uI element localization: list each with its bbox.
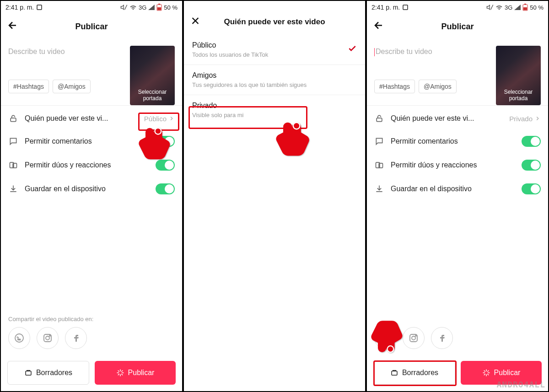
phone-screen-2: Quién puede ver este video Público Todos… bbox=[183, 0, 366, 392]
whatsapp-share[interactable] bbox=[8, 327, 30, 349]
facebook-share[interactable] bbox=[65, 327, 87, 349]
comments-toggle[interactable] bbox=[522, 136, 541, 147]
hashtags-chip[interactable]: #Hashtags bbox=[374, 80, 415, 93]
comments-toggle[interactable] bbox=[156, 136, 175, 147]
wifi-icon bbox=[129, 4, 137, 11]
cover-thumbnail[interactable]: Seleccionar portada bbox=[496, 46, 541, 105]
settings-list: Quién puede ver este vi... Público Permi… bbox=[1, 106, 182, 203]
description-input[interactable]: Describe tu video bbox=[8, 46, 124, 73]
svg-rect-17 bbox=[403, 5, 408, 10]
phone-screen-3: 2:41 p. m. 3G 50 % Publicar Describe tu … bbox=[366, 0, 549, 392]
close-button[interactable] bbox=[190, 16, 200, 28]
privacy-row[interactable]: Quién puede ver este vi... Público bbox=[1, 107, 182, 129]
mute-icon bbox=[486, 4, 494, 11]
svg-point-12 bbox=[15, 334, 23, 342]
lock-icon bbox=[374, 114, 384, 123]
option-private[interactable]: Privado Visible solo para mi bbox=[184, 95, 365, 125]
watermark: ANDRO4ALL bbox=[496, 380, 545, 389]
option-subtitle: Tus seguidores a los que tú también sigu… bbox=[192, 81, 357, 88]
comments-label: Permitir comentarios bbox=[25, 137, 149, 145]
duets-toggle[interactable] bbox=[156, 160, 175, 171]
option-subtitle: Visible solo para mi bbox=[192, 112, 357, 118]
network-label: 3G bbox=[505, 4, 512, 11]
mute-icon bbox=[120, 4, 128, 11]
page-title: Publicar bbox=[75, 22, 108, 32]
svg-line-5 bbox=[124, 5, 127, 10]
back-button[interactable] bbox=[373, 20, 384, 33]
duets-row: Permitir dúos y reacciones bbox=[1, 153, 182, 177]
hashtags-chip[interactable]: #Hashtags bbox=[8, 80, 49, 93]
svg-rect-21 bbox=[523, 7, 527, 10]
facebook-icon bbox=[70, 333, 81, 344]
svg-rect-4 bbox=[37, 5, 42, 10]
duet-icon bbox=[8, 161, 18, 170]
chevron-right-icon bbox=[168, 115, 175, 122]
battery-label: 50 % bbox=[530, 4, 544, 11]
comments-label: Permitir comentarios bbox=[391, 137, 515, 145]
save-row: Guardar en el dispositivo bbox=[367, 177, 548, 201]
instagram-share[interactable] bbox=[403, 327, 425, 349]
option-friends[interactable]: Amigos Tus seguidores a los que tú tambi… bbox=[184, 65, 365, 95]
thumb-label: Seleccionar portada bbox=[496, 89, 541, 102]
instagram-share[interactable] bbox=[37, 327, 59, 349]
status-bar: 2:41 p. m. 3G 50 % bbox=[1, 1, 182, 14]
publish-button[interactable]: Publicar bbox=[95, 361, 176, 385]
arrow-left-icon bbox=[7, 20, 18, 31]
arrow-left-icon bbox=[373, 20, 384, 31]
friends-chip[interactable]: @Amigos bbox=[53, 80, 91, 93]
bottom-bar: Borradores Publicar bbox=[7, 361, 176, 385]
duets-label: Permitir dúos y reacciones bbox=[391, 161, 515, 169]
annotation-hand bbox=[275, 120, 314, 167]
facebook-share[interactable] bbox=[431, 327, 453, 349]
share-heading: Compartir el video publicado en: bbox=[8, 316, 175, 322]
privacy-value: Privado bbox=[509, 115, 541, 123]
close-icon bbox=[190, 16, 200, 26]
facebook-icon bbox=[436, 333, 447, 344]
svg-rect-8 bbox=[157, 7, 161, 10]
page-title: Publicar bbox=[441, 22, 474, 32]
option-public[interactable]: Público Todos los usuarios de TikTok bbox=[184, 35, 365, 65]
comments-row: Permitir comentarios bbox=[1, 129, 182, 153]
comment-icon bbox=[374, 137, 384, 146]
battery-icon bbox=[522, 4, 528, 11]
drafts-button[interactable]: Borradores bbox=[373, 361, 455, 385]
duets-toggle[interactable] bbox=[522, 160, 541, 171]
save-toggle[interactable] bbox=[156, 183, 175, 194]
drafts-icon bbox=[24, 369, 32, 377]
download-icon bbox=[8, 184, 18, 193]
svg-rect-9 bbox=[11, 118, 16, 122]
drafts-label: Borradores bbox=[402, 369, 438, 377]
svg-rect-29 bbox=[392, 371, 397, 375]
duets-row: Permitir dúos y reacciones bbox=[367, 153, 548, 177]
drafts-label: Borradores bbox=[36, 369, 72, 377]
option-subtitle: Todos los usuarios de TikTok bbox=[192, 51, 357, 58]
svg-point-14 bbox=[46, 336, 49, 340]
whatsapp-share[interactable] bbox=[374, 327, 396, 349]
share-section: Compartir el video publicado en: bbox=[1, 316, 182, 349]
instagram-icon bbox=[408, 333, 419, 344]
description-input[interactable]: Describe tu video bbox=[374, 46, 490, 73]
save-label: Guardar en el dispositivo bbox=[25, 185, 149, 193]
svg-rect-7 bbox=[158, 4, 160, 5]
thumb-label: Seleccionar portada bbox=[130, 89, 175, 102]
description-section: Describe tu video #Hashtags @Amigos Sele… bbox=[1, 39, 182, 106]
privacy-label: Quién puede ver este vi... bbox=[25, 114, 138, 123]
friends-chip[interactable]: @Amigos bbox=[419, 80, 457, 93]
privacy-row[interactable]: Quién puede ver este vi... Privado bbox=[367, 107, 548, 129]
drafts-button[interactable]: Borradores bbox=[7, 361, 89, 385]
privacy-value: Público bbox=[144, 115, 175, 123]
publish-icon bbox=[116, 369, 124, 377]
privacy-options: Público Todos los usuarios de TikTok Ami… bbox=[184, 35, 365, 125]
header: Publicar bbox=[1, 14, 182, 39]
svg-point-15 bbox=[49, 335, 50, 336]
back-button[interactable] bbox=[7, 20, 18, 33]
signal-icon bbox=[148, 5, 155, 10]
save-row: Guardar en el dispositivo bbox=[1, 177, 182, 201]
settings-list: Quién puede ver este vi... Privado Permi… bbox=[367, 106, 548, 203]
duet-icon bbox=[374, 161, 384, 170]
save-toggle[interactable] bbox=[522, 183, 541, 194]
battery-label: 50 % bbox=[164, 4, 178, 11]
instagram-icon bbox=[42, 333, 53, 344]
cover-thumbnail[interactable]: Seleccionar portada bbox=[130, 46, 175, 105]
publish-icon bbox=[482, 369, 490, 377]
